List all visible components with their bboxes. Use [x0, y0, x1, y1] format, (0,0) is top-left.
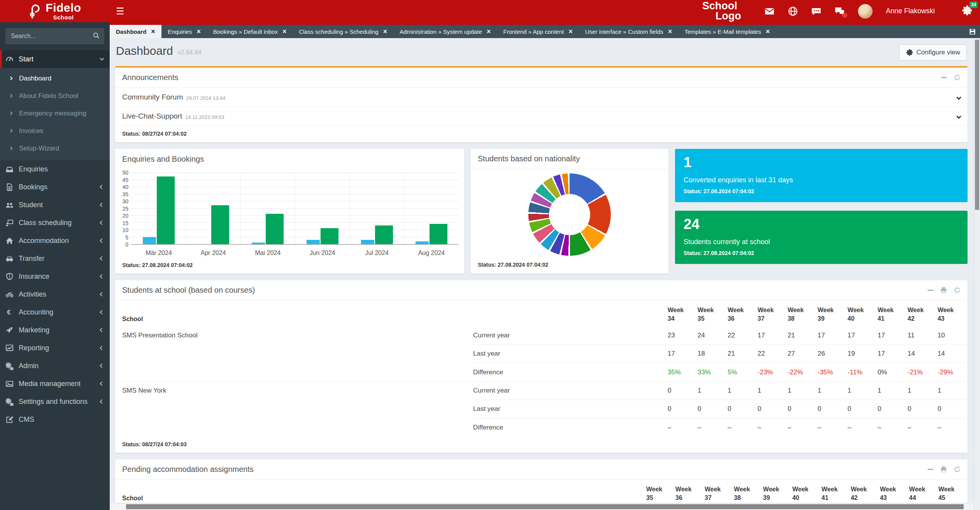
hamburger-menu-icon[interactable]: ☰	[116, 6, 131, 17]
sidebar-item-admin[interactable]: Admin	[0, 357, 110, 375]
sidebar-item-cms[interactable]: CMS	[0, 410, 110, 428]
print-icon[interactable]	[940, 466, 947, 473]
search-input[interactable]	[5, 28, 104, 44]
column-header-week-34: Week34	[668, 306, 698, 323]
close-icon[interactable]: ×	[487, 28, 491, 35]
sidebar-item-transfer[interactable]: Transfer	[0, 250, 110, 267]
chat-notifications-icon[interactable]	[834, 6, 845, 16]
vertical-scrollbar[interactable]	[974, 38, 980, 510]
school-name	[115, 345, 473, 363]
sidebar-item-invoices[interactable]: Invoices	[0, 122, 110, 140]
close-icon[interactable]: ×	[568, 28, 573, 35]
tab-administration-system-update[interactable]: Administration » System update×	[393, 25, 497, 38]
column-header-week-40: Week40	[792, 485, 821, 502]
sidebar-item-start[interactable]: Start	[0, 50, 110, 68]
sidebar-item-dashboard[interactable]: Dashboard	[0, 70, 110, 87]
sidebar-item-enquiries[interactable]: Enquiries	[0, 160, 110, 178]
tab-user-interface-custom-fields[interactable]: User interface » Custom fields×	[579, 25, 678, 38]
chevron-down-icon[interactable]	[957, 94, 961, 101]
globe-icon[interactable]	[788, 6, 798, 16]
announcement-row[interactable]: Community Forum29.07.2024 13:44	[115, 88, 968, 107]
tab-frontend-app-content[interactable]: Frontend » App content×	[497, 25, 579, 38]
pending-table: SchoolWeek35Week36Week37Week38Week39Week…	[115, 480, 968, 503]
table-cell: –	[938, 418, 968, 437]
sidebar-item-emergency-messaging[interactable]: Emergency messaging	[0, 105, 110, 122]
y-tick-label: 45	[122, 177, 128, 183]
x-tick-label: Mai 2024	[240, 245, 295, 257]
chevron-left-icon	[100, 310, 104, 314]
pending-table-title: Pending accommodation assignments	[122, 465, 254, 474]
stat-card-students-currently-at-school[interactable]: 24Students currently at schoolStatus: 27…	[675, 211, 968, 264]
bicycle-icon	[5, 290, 19, 299]
collapse-icon[interactable]	[927, 469, 933, 470]
search-icon[interactable]	[93, 32, 100, 40]
horizontal-scrollbar[interactable]	[110, 503, 974, 510]
sidebar-item-insurance[interactable]: Insurance	[0, 267, 110, 285]
x-tick-label: Apr 2024	[186, 245, 240, 257]
sidebar-menu: StartDashboardAbout Fidelo SchoolEmergen…	[0, 50, 110, 428]
table-cell: 1	[757, 382, 787, 400]
gears-icon	[5, 398, 19, 406]
sidebar-item-accounting[interactable]: €Accounting	[0, 303, 110, 321]
close-icon[interactable]: ×	[766, 28, 770, 35]
bar-enquiries	[307, 240, 320, 244]
sidebar-item-accommodation[interactable]: Accommodation	[0, 232, 110, 250]
tab-bookings-default-inbox[interactable]: Bookings » Default inbox×	[207, 25, 293, 38]
close-icon[interactable]: ×	[151, 28, 155, 35]
save-layout-icon[interactable]	[965, 25, 980, 38]
sidebar-item-bookings[interactable]: Bookings	[0, 178, 110, 196]
column-header-week-37: Week37	[757, 306, 787, 323]
chevron-down-icon[interactable]	[957, 113, 961, 120]
announcement-row[interactable]: Live-Chat-Support14.11.2023 09:53	[115, 107, 968, 126]
mail-icon[interactable]	[764, 6, 775, 16]
bar-group-mai-2024	[240, 173, 295, 244]
euro-icon: €	[5, 308, 19, 316]
column-header-week-36: Week36	[728, 306, 757, 323]
vertical-scrollbar-thumb[interactable]	[975, 40, 979, 210]
tab-dashboard[interactable]: Dashboard×	[110, 25, 161, 38]
table-cell: 22	[757, 345, 787, 363]
configure-view-button[interactable]: Configure view	[899, 44, 967, 61]
close-icon[interactable]: ×	[383, 28, 387, 35]
column-header-week-36: Week36	[675, 485, 705, 502]
sidebar-item-setup-wizard[interactable]: Setup-Wizard	[0, 140, 110, 157]
y-tick-label: 0	[125, 241, 128, 248]
settings-gear-icon[interactable]: 34	[961, 5, 973, 18]
table-cell: 26	[817, 345, 847, 363]
y-tick-label: 25	[122, 206, 128, 212]
tab-enquiries[interactable]: Enquiries×	[161, 25, 207, 38]
refresh-icon[interactable]	[954, 466, 961, 473]
sidebar-item-media-management[interactable]: Media management	[0, 375, 110, 393]
refresh-icon[interactable]	[954, 287, 961, 293]
sidebar-item-about-fidelo-school[interactable]: About Fidelo School	[0, 87, 110, 105]
stat-card-converted-enquiries-in-last-31-days[interactable]: 1Converted enquiries in last 31 daysStat…	[675, 149, 968, 202]
print-icon[interactable]	[940, 287, 947, 293]
comment-icon[interactable]	[811, 6, 821, 16]
refresh-icon[interactable]	[954, 74, 961, 81]
sidebar-item-activities[interactable]: Activities	[0, 285, 110, 303]
sidebar-item-settings-and-functions[interactable]: Settings and functions	[0, 393, 110, 410]
user-name[interactable]: Anne Flakowski	[886, 7, 935, 15]
table-cell: 24	[698, 327, 728, 345]
collapse-icon[interactable]	[927, 290, 933, 291]
column-header-week-38: Week38	[734, 485, 763, 502]
close-icon[interactable]: ×	[668, 28, 672, 35]
sidebar-item-marketing[interactable]: Marketing	[0, 321, 110, 339]
sidebar-item-reporting[interactable]: Reporting	[0, 339, 110, 357]
home-icon	[5, 237, 19, 245]
close-icon[interactable]: ×	[196, 28, 201, 35]
sidebar-item-student[interactable]: Student	[0, 196, 110, 214]
table-cell: 0	[878, 400, 908, 418]
school-logo: School Logo	[702, 1, 741, 21]
tab-templates-e-mail-templates[interactable]: Templates » E-Mail templates×	[678, 25, 776, 38]
tab-class-scheduling-scheduling[interactable]: Class scheduling » Scheduling×	[293, 25, 393, 38]
bar-enquiries	[143, 237, 156, 245]
school-name	[115, 363, 473, 381]
metric-label: Current year	[473, 327, 668, 345]
horizontal-scrollbar-thumb[interactable]	[126, 504, 964, 509]
sidebar-item-class-scheduling[interactable]: Class scheduling	[0, 214, 110, 232]
column-header-week-45: Week45	[938, 485, 968, 502]
collapse-icon[interactable]	[941, 77, 947, 78]
user-avatar[interactable]	[858, 4, 873, 19]
close-icon[interactable]: ×	[282, 28, 287, 35]
